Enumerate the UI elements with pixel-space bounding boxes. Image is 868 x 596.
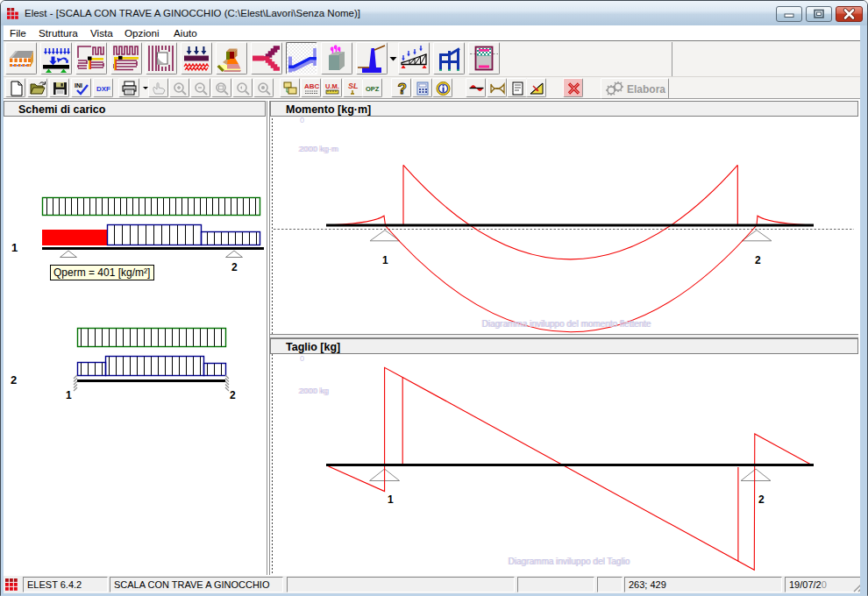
svg-text:1: 1: [66, 389, 72, 401]
svg-text:ABC: ABC: [304, 82, 320, 90]
svg-text:2: 2: [231, 261, 238, 273]
svg-text:?: ?: [398, 81, 407, 96]
svg-text:2: 2: [11, 373, 17, 387]
svg-text:2: 2: [755, 254, 761, 266]
svg-text:0: 0: [300, 354, 304, 363]
svg-text:Diagramma inviluppo del moment: Diagramma inviluppo del momento flettent…: [482, 319, 651, 329]
svg-text:0: 0: [300, 117, 304, 124]
svg-text:DXF: DXF: [96, 85, 110, 93]
svg-text:2: 2: [758, 493, 765, 506]
svg-text:2: 2: [230, 389, 236, 401]
svg-text:INI: INI: [75, 82, 82, 89]
svg-text:1: 1: [382, 254, 388, 266]
svg-text:2000 kg: 2000 kg: [300, 386, 330, 395]
svg-text:2000 kg·m: 2000 kg·m: [300, 144, 339, 153]
svg-text:Diagramma inviluppo del Taglio: Diagramma inviluppo del Taglio: [509, 557, 630, 566]
svg-text:OPZ: OPZ: [366, 85, 380, 93]
svg-text:1: 1: [11, 241, 18, 254]
svg-text:SL: SL: [348, 82, 359, 90]
svg-text:Qperm = 401 [kg/m²]: Qperm = 401 [kg/m²]: [53, 266, 150, 279]
svg-text:1: 1: [388, 493, 394, 506]
svg-text:U.M.: U.M.: [325, 82, 339, 90]
